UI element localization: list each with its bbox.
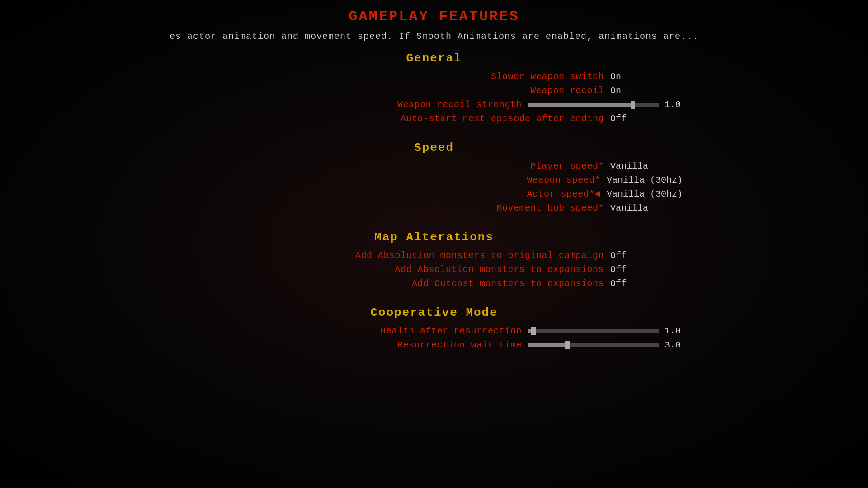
setting-label-resurrection-wait: Resurrection wait time xyxy=(397,340,522,350)
setting-row-actor-speed: Actor speed*◄ Vanilla (30hz) xyxy=(185,189,683,199)
section-header-cooperative: Cooperative Mode xyxy=(185,306,683,319)
slider-container-health-resurrection[interactable]: 1.0 xyxy=(528,326,683,336)
setting-label-weapon-recoil-strength: Weapon recoil strength xyxy=(397,99,522,110)
setting-row-add-absolution-original: Add Absolution monsters to original camp… xyxy=(185,250,683,261)
setting-row-weapon-speed: Weapon speed* Vanilla (30hz) xyxy=(185,175,683,185)
section-map-alterations: Map Alterations Add Absolution monsters … xyxy=(185,230,683,292)
setting-value-auto-start[interactable]: Off xyxy=(610,113,683,124)
setting-value-slower-weapon-switch[interactable]: On xyxy=(610,71,683,82)
setting-label-health-resurrection: Health after resurrection xyxy=(380,326,522,336)
setting-row-weapon-recoil-strength: Weapon recoil strength 1.0 xyxy=(185,99,683,110)
setting-row-add-absolution-expansions: Add Absolution monsters to expansions Of… xyxy=(185,264,683,275)
slider-fill-resurrection-wait xyxy=(528,343,567,347)
setting-value-player-speed[interactable]: Vanilla xyxy=(610,161,683,171)
section-header-general: General xyxy=(185,52,683,65)
slider-track-weapon-recoil-strength[interactable] xyxy=(528,103,659,107)
setting-row-player-speed: Player speed* Vanilla xyxy=(185,161,683,171)
setting-row-weapon-recoil: Weapon recoil On xyxy=(185,85,683,96)
slider-fill-weapon-recoil-strength xyxy=(528,103,633,107)
setting-label-movement-bob-speed: Movement bob speed* xyxy=(496,203,604,213)
setting-row-add-outcast-expansions: Add Outcast monsters to expansions Off xyxy=(185,278,683,289)
setting-value-actor-speed[interactable]: Vanilla (30hz) xyxy=(607,189,683,199)
slider-container-weapon-recoil-strength[interactable]: 1.0 xyxy=(528,99,683,110)
setting-label-actor-speed: Actor speed*◄ xyxy=(527,189,600,199)
section-general: General Slower weapon switch On Weapon r… xyxy=(185,52,683,127)
page-description: es actor animation and movement speed. I… xyxy=(170,31,698,42)
setting-label-player-speed: Player speed* xyxy=(530,161,604,171)
page-title: Gameplay Features xyxy=(349,8,519,25)
setting-label-auto-start: Auto-start next episode after ending xyxy=(401,113,604,124)
slider-value-health-resurrection: 1.0 xyxy=(665,326,683,336)
slider-value-resurrection-wait: 3.0 xyxy=(665,340,683,350)
settings-container: General Slower weapon switch On Weapon r… xyxy=(185,52,683,367)
setting-value-movement-bob-speed[interactable]: Vanilla xyxy=(610,203,683,213)
setting-label-add-outcast-expansions: Add Outcast monsters to expansions xyxy=(412,278,604,289)
setting-label-weapon-recoil: Weapon recoil xyxy=(530,85,604,96)
setting-row-auto-start: Auto-start next episode after ending Off xyxy=(185,113,683,124)
setting-label-slower-weapon-switch: Slower weapon switch xyxy=(491,71,604,82)
setting-value-add-outcast-expansions[interactable]: Off xyxy=(610,278,683,289)
setting-value-weapon-recoil[interactable]: On xyxy=(610,85,683,96)
setting-row-health-resurrection: Health after resurrection 1.0 xyxy=(185,326,683,336)
slider-thumb-resurrection-wait xyxy=(565,341,570,349)
setting-label-add-absolution-original: Add Absolution monsters to original camp… xyxy=(355,250,604,261)
setting-label-weapon-speed: Weapon speed* xyxy=(527,175,600,185)
slider-container-resurrection-wait[interactable]: 3.0 xyxy=(528,340,683,350)
setting-value-add-absolution-expansions[interactable]: Off xyxy=(610,264,683,275)
slider-thumb-weapon-recoil-strength xyxy=(631,101,635,109)
section-header-speed: Speed xyxy=(185,141,683,155)
setting-row-movement-bob-speed: Movement bob speed* Vanilla xyxy=(185,203,683,213)
section-cooperative: Cooperative Mode Health after resurrecti… xyxy=(185,306,683,354)
setting-row-resurrection-wait: Resurrection wait time 3.0 xyxy=(185,340,683,350)
slider-track-resurrection-wait[interactable] xyxy=(528,343,659,347)
slider-thumb-health-resurrection xyxy=(531,327,536,335)
section-speed: Speed Player speed* Vanilla Weapon speed… xyxy=(185,141,683,217)
slider-track-health-resurrection[interactable] xyxy=(528,329,659,333)
section-header-map-alterations: Map Alterations xyxy=(185,230,683,244)
slider-value-weapon-recoil-strength: 1.0 xyxy=(665,99,683,110)
setting-row-slower-weapon-switch: Slower weapon switch On xyxy=(185,71,683,82)
setting-value-weapon-speed[interactable]: Vanilla (30hz) xyxy=(607,175,683,185)
page-container: Gameplay Features es actor animation and… xyxy=(0,0,868,488)
setting-label-add-absolution-expansions: Add Absolution monsters to expansions xyxy=(395,264,604,275)
setting-value-add-absolution-original[interactable]: Off xyxy=(610,250,683,261)
